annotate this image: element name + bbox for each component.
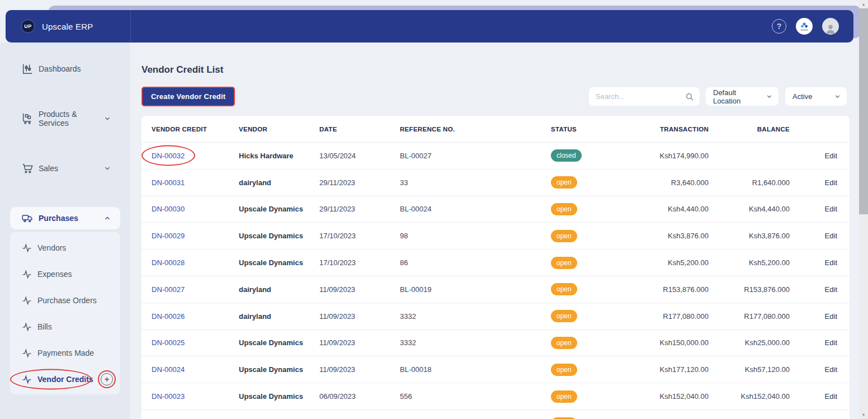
location-filter-dropdown[interactable]: Default Location	[706, 87, 779, 106]
transaction-amount: R177,080.000	[640, 312, 709, 321]
edit-link[interactable]: Edit	[825, 285, 837, 294]
chevron-up-icon	[103, 214, 111, 222]
activity-pulse-icon	[21, 242, 32, 253]
vendor-credit-link[interactable]: DN-00030	[152, 205, 185, 213]
transaction-amount: Ksh150,000.00	[640, 338, 709, 347]
transaction-amount: R3,640.000	[640, 178, 709, 187]
user-avatar[interactable]	[822, 18, 839, 35]
credit-date: 29/11/2023	[319, 205, 400, 213]
purchases-submenu-item[interactable]: Purchase Orders +	[10, 287, 120, 313]
create-vendor-credit-button[interactable]: Create Vendor Credit	[141, 87, 235, 106]
edit-link[interactable]: Edit	[825, 232, 837, 240]
balance-amount: Ksh57,120.00	[709, 365, 790, 374]
vendor-credit-list-page: UP Upscale ERP ?	[0, 0, 868, 419]
search-box	[589, 87, 700, 106]
edit-link[interactable]: Edit	[825, 178, 837, 187]
vendor-name: Hicks Hardware	[239, 152, 319, 160]
sidebar-item-label: Purchases	[39, 214, 78, 223]
scroll-up-arrow[interactable]: ▲	[859, 0, 868, 8]
purchases-submenu-item[interactable]: Payments Made +	[10, 340, 120, 366]
table-row: DN-00023 Upscale Dynamics 06/09/2023 556…	[141, 383, 850, 410]
credit-date: 11/09/2023	[319, 312, 400, 321]
truck-icon	[21, 212, 34, 224]
help-icon[interactable]: ?	[772, 19, 786, 34]
workspace-logo-icon[interactable]	[796, 18, 813, 35]
balance-amount: Ksh152,040.00	[709, 392, 790, 401]
vendor-name: Upscale Dynamics	[239, 365, 319, 374]
status-badge: open	[551, 310, 577, 322]
chevron-down-icon	[103, 164, 111, 172]
reference-no: 556	[400, 392, 551, 401]
search-icon[interactable]	[685, 92, 694, 101]
table-row: DN-00027 dairyland 11/09/2023 BL-00019 o…	[141, 276, 850, 303]
col-header-date: DATE	[319, 126, 400, 133]
vendor-credit-link[interactable]: DN-00026	[152, 312, 185, 321]
add-vendor-credit-annotation: +	[98, 370, 116, 388]
vertical-scrollbar: ▲ ▼	[859, 0, 868, 419]
edit-link[interactable]: Edit	[825, 392, 837, 401]
search-input[interactable]	[596, 92, 685, 101]
vendor-credit-link[interactable]: DN-00031	[152, 178, 185, 187]
sidebar-item-dashboards[interactable]: Dashboards	[0, 61, 130, 77]
balance-amount: R177,080.000	[709, 312, 790, 321]
vendor-name: Upscale Dynamics	[239, 205, 319, 213]
vendor-credit-link[interactable]: DN-00023	[152, 392, 185, 401]
submenu-item-label: Expenses	[37, 270, 72, 279]
sidebar-item-purchases[interactable]: Purchases	[10, 207, 120, 229]
products-trolley-icon	[21, 112, 34, 125]
reference-no: BL-00019	[400, 285, 551, 294]
activity-pulse-icon	[21, 295, 32, 306]
table-row: DN-00028 Upscale Dynamics 17/10/2023 86 …	[141, 249, 850, 276]
balance-amount: Ksh3,876.00	[709, 232, 790, 240]
reference-no: 33	[400, 178, 551, 187]
activity-pulse-icon	[21, 347, 32, 359]
transaction-amount: Ksh177,120.00	[640, 365, 709, 374]
brand: UP Upscale ERP	[6, 10, 131, 43]
shopping-cart-icon	[21, 162, 34, 175]
purchases-submenu-item[interactable]: Expenses +	[10, 261, 120, 287]
purchases-submenu-item[interactable]: Vendor Credits +	[10, 366, 120, 392]
vendor-credit-link[interactable]: DN-00025	[152, 338, 185, 347]
add-vendor-credit-button[interactable]: +	[101, 373, 113, 385]
credit-date: 13/05/2024	[319, 152, 400, 160]
vendor-name: Upscale Dynamics	[239, 392, 319, 401]
vendor-credit-link[interactable]: DN-00029	[152, 232, 185, 240]
table-row: DN-00024 Upscale Dynamics 11/09/2023 BL-…	[141, 356, 850, 383]
credit-date: 11/09/2023	[319, 338, 400, 347]
transaction-amount: Ksh3,876.00	[640, 232, 709, 240]
vendor-name: dairyland	[239, 312, 319, 321]
purchases-submenu-item[interactable]: Vendors +	[10, 234, 120, 261]
col-header-status: STATUS	[551, 126, 640, 133]
scroll-down-arrow[interactable]: ▼	[859, 411, 868, 419]
chevron-down-icon	[834, 93, 841, 100]
topbar-actions: ?	[772, 18, 853, 35]
balance-amount: Ksh5,200.00	[709, 258, 790, 267]
vendor-credit-link[interactable]: DN-00027	[152, 285, 185, 294]
table-body: DN-00032 Hicks Hardware 13/05/2024 BL-00…	[141, 143, 850, 419]
submenu-item-label: Purchase Orders	[37, 296, 97, 305]
edit-link[interactable]: Edit	[825, 258, 837, 267]
vendor-name: Upscale Dynamics	[239, 232, 319, 240]
vendor-credit-link[interactable]: DN-00024	[152, 365, 185, 374]
vendor-credit-link[interactable]: DN-00032	[152, 152, 185, 160]
scrollbar-thumb[interactable]	[859, 8, 868, 214]
sidebar-item-sales[interactable]: Sales	[0, 161, 130, 176]
status-badge: open	[551, 283, 577, 295]
edit-link[interactable]: Edit	[825, 205, 837, 213]
reference-no: 86	[400, 258, 551, 267]
edit-link[interactable]: Edit	[825, 338, 837, 347]
topbar: UP Upscale ERP ?	[6, 10, 853, 43]
purchases-submenu-item[interactable]: Bills +	[10, 313, 120, 340]
dashboards-icon	[21, 63, 34, 75]
edit-link[interactable]: Edit	[825, 365, 837, 374]
edit-link[interactable]: Edit	[825, 312, 837, 321]
credit-date: 11/09/2023	[319, 365, 400, 374]
submenu-item-label: Payments Made	[37, 349, 94, 357]
credit-date: 17/10/2023	[319, 258, 400, 267]
balance-amount: Ksh25,000.00	[709, 338, 790, 347]
activity-pulse-icon	[21, 321, 32, 332]
status-filter-dropdown[interactable]: Active	[785, 87, 847, 106]
edit-link[interactable]: Edit	[825, 152, 837, 160]
sidebar-item-products-services[interactable]: Products & Services	[0, 111, 130, 126]
vendor-credit-link[interactable]: DN-00028	[152, 258, 185, 267]
